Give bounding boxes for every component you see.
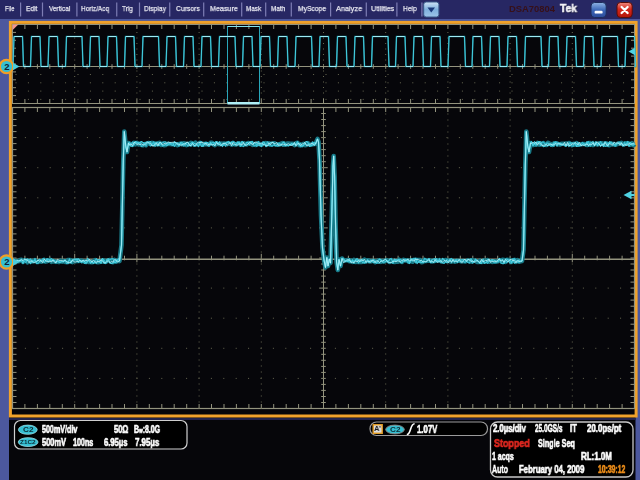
svg-text:2: 2 [4, 61, 9, 72]
svg-text:2: 2 [4, 256, 9, 267]
